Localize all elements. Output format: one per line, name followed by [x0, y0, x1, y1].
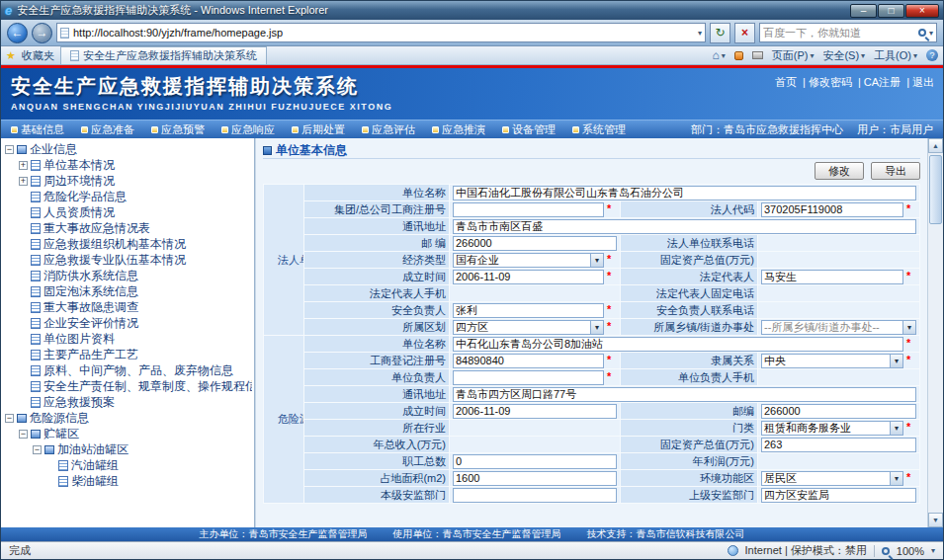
address-input[interactable]	[73, 27, 694, 39]
form-field-input[interactable]	[453, 337, 903, 352]
feed-icon[interactable]	[734, 51, 743, 60]
back-button[interactable]: ←	[7, 23, 28, 43]
print-icon[interactable]	[752, 51, 763, 59]
form-field-select[interactable]: --所属乡镇/街道办事处--▾	[761, 320, 916, 335]
form-field-input[interactable]	[761, 438, 916, 452]
zoom-level[interactable]: 100%	[897, 545, 924, 557]
banner-link[interactable]: 首页	[775, 76, 797, 88]
tree-item[interactable]: +周边环境情况	[3, 173, 252, 189]
collapse-icon[interactable]: −	[5, 145, 14, 154]
tree-item[interactable]: 单位图片资料	[3, 331, 252, 347]
form-field-input[interactable]	[453, 270, 604, 284]
collapse-icon[interactable]: −	[19, 430, 28, 439]
chevron-down-icon[interactable]: ▾	[890, 472, 902, 485]
banner-link[interactable]: CA注册	[855, 76, 901, 88]
menu-item[interactable]: 应急预警	[151, 122, 205, 137]
form-field-input[interactable]	[453, 488, 617, 503]
menu-item[interactable]: 应急评估	[362, 122, 415, 137]
form-field-input[interactable]	[453, 219, 916, 234]
close-button[interactable]: ×	[905, 4, 939, 18]
menu-item[interactable]: 后期处置	[292, 122, 345, 137]
favorites-star-icon[interactable]: ★	[6, 49, 16, 62]
zoom-icon[interactable]	[882, 547, 890, 555]
scrollbar-thumb[interactable]	[929, 155, 942, 224]
form-field-input[interactable]	[453, 404, 617, 419]
maximize-button[interactable]: □	[878, 4, 904, 18]
tree-item[interactable]: 应急救援专业队伍基本情况	[3, 252, 252, 268]
menu-item[interactable]: 应急响应	[221, 122, 275, 137]
address-dropdown-icon[interactable]: ▾	[698, 29, 702, 38]
scrollbar-track[interactable]	[928, 153, 943, 513]
home-button[interactable]: ⌂ ▾	[712, 48, 725, 62]
tree-item[interactable]: −企业信息	[3, 141, 252, 157]
form-field-input[interactable]	[761, 404, 916, 419]
menu-item[interactable]: 设备管理	[502, 122, 556, 137]
stop-button[interactable]: ×	[734, 23, 755, 43]
search-dropdown-icon[interactable]: ▾	[929, 29, 933, 38]
chevron-down-icon[interactable]: ▾	[590, 321, 603, 334]
form-field-input[interactable]	[761, 488, 916, 503]
search-input[interactable]	[763, 27, 915, 39]
chevron-down-icon[interactable]: ▾	[590, 254, 603, 267]
tree-item[interactable]: 汽油罐组	[3, 457, 252, 473]
tree-item[interactable]: 应急救援预案	[3, 394, 252, 410]
search-icon[interactable]	[918, 29, 926, 37]
tree-item[interactable]: 企业安全评价情况	[3, 315, 252, 331]
form-field-input[interactable]	[453, 186, 916, 200]
tree-item[interactable]: 重大事故应急情况表	[3, 220, 252, 236]
form-field-select[interactable]: 居民区▾	[761, 471, 903, 486]
zoom-dropdown-icon[interactable]: ▾	[931, 546, 935, 555]
chevron-down-icon[interactable]: ▾	[902, 321, 915, 334]
menu-item[interactable]: 应急准备	[81, 122, 134, 137]
form-field-input[interactable]	[453, 471, 617, 486]
scroll-up-icon[interactable]: ▲	[928, 138, 943, 153]
menu-button[interactable]: 页面(P) ▾	[772, 48, 815, 63]
form-field-input[interactable]	[761, 202, 903, 217]
browser-tab[interactable]: 安全生产应急救援指挥辅助决策系统	[60, 46, 267, 64]
form-field-select[interactable]: 国有企业▾	[453, 253, 604, 268]
scroll-down-icon[interactable]: ▼	[928, 513, 943, 527]
menu-item[interactable]: 系统管理	[572, 122, 626, 137]
tree-item[interactable]: 安全生产责任制、规章制度、操作规程信息	[3, 378, 252, 394]
form-field-select[interactable]: 四方区▾	[453, 320, 604, 335]
forward-button[interactable]: →	[32, 23, 52, 43]
chevron-down-icon[interactable]: ▾	[890, 355, 902, 367]
form-field-input[interactable]	[453, 354, 604, 368]
menu-button[interactable]: 工具(O) ▾	[874, 48, 917, 63]
favorites-label[interactable]: 收藏夹	[22, 48, 54, 63]
tree-item[interactable]: −危险源信息	[3, 410, 252, 426]
tree-item[interactable]: 固定泡沫系统信息	[3, 283, 252, 299]
expand-icon[interactable]: +	[19, 161, 28, 170]
form-field-input[interactable]	[453, 454, 617, 469]
form-field-input[interactable]	[761, 270, 903, 284]
tree-item[interactable]: 消防供水系统信息	[3, 268, 252, 283]
form-field-input[interactable]	[453, 370, 604, 385]
form-field-input[interactable]	[453, 387, 916, 402]
menu-button[interactable]: 安全(S) ▾	[822, 48, 865, 63]
tree-item[interactable]: 原料、中间产物、产品、废弃物信息	[3, 362, 252, 378]
refresh-button[interactable]: ↻	[710, 23, 730, 43]
tree-item[interactable]: 主要产品生产工艺	[3, 347, 252, 362]
form-field-input[interactable]	[453, 202, 604, 217]
tree-item[interactable]: 人员资质情况	[3, 204, 252, 220]
export-button[interactable]: 导出	[871, 162, 920, 180]
tree-item[interactable]: +单位基本情况	[3, 157, 252, 173]
banner-link[interactable]: 修改密码	[800, 76, 852, 88]
banner-link[interactable]: 退出	[903, 76, 934, 88]
tree-item[interactable]: 重大事故隐患调查	[3, 299, 252, 315]
tree-item[interactable]: 柴油罐组	[3, 473, 252, 489]
expand-icon[interactable]: +	[19, 177, 28, 186]
tree-item[interactable]: 应急救援组织机构基本情况	[3, 236, 252, 252]
minimize-button[interactable]: –	[850, 4, 877, 18]
menu-item[interactable]: 基础信息	[11, 122, 64, 137]
menu-item[interactable]: 应急推演	[432, 122, 485, 137]
chevron-down-icon[interactable]: ▾	[890, 422, 902, 435]
form-field-select[interactable]: 租赁和商务服务业▾	[761, 421, 903, 436]
help-icon[interactable]: ?	[926, 49, 938, 61]
form-field-select[interactable]: 中央▾	[761, 354, 903, 368]
tree-item[interactable]: −加油站油罐区	[3, 441, 252, 457]
form-field-input[interactable]	[453, 303, 604, 318]
vertical-scrollbar[interactable]: ▲ ▼	[927, 138, 943, 527]
collapse-icon[interactable]: −	[33, 445, 42, 454]
tree-item[interactable]: 危险化学品信息	[3, 189, 252, 204]
